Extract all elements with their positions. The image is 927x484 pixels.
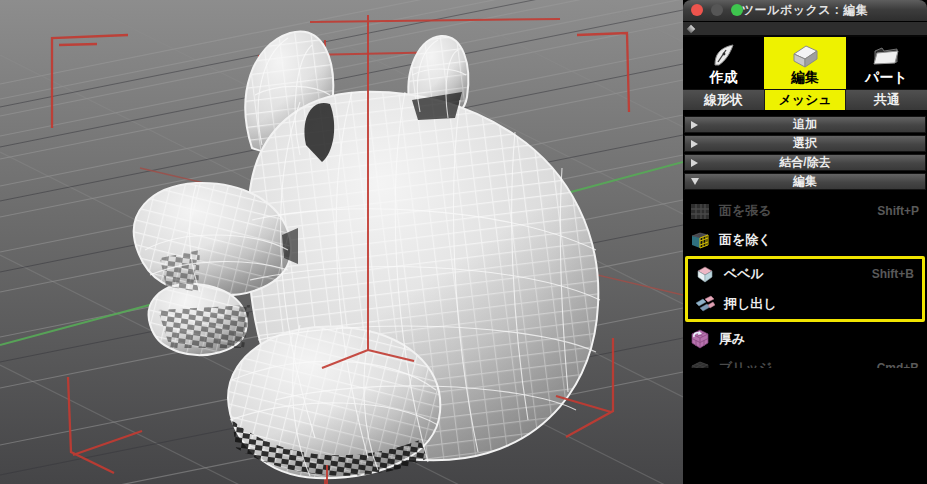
menu-item-bevel[interactable]: ベベル Shift+B xyxy=(688,259,922,289)
tab-common[interactable]: 共通 xyxy=(846,90,927,110)
menu-item-extrude[interactable]: 押し出し xyxy=(688,289,922,319)
bevel-icon xyxy=(695,264,715,284)
chevron-right-icon xyxy=(691,159,698,167)
zoom-button[interactable] xyxy=(731,4,743,16)
chevron-right-icon xyxy=(691,121,698,129)
tool-edit-button[interactable]: 編集 xyxy=(764,37,845,89)
thickness-icon xyxy=(690,329,710,349)
section-header-edit[interactable]: 編集 xyxy=(684,173,926,190)
menu-item-list: 面を張る Shift+P 面を除く xyxy=(683,192,927,368)
chevron-down-icon xyxy=(691,178,699,185)
traffic-lights xyxy=(691,4,743,16)
tab-mesh[interactable]: メッシュ xyxy=(765,90,847,110)
tool-part-button[interactable]: パート xyxy=(846,37,927,89)
tool-edit-label: 編集 xyxy=(791,69,819,87)
section-header-select[interactable]: 選択 xyxy=(684,135,926,152)
tab-line-shape[interactable]: 線形状 xyxy=(683,90,765,110)
eraser-icon xyxy=(790,42,820,69)
viewport-3d[interactable] xyxy=(0,0,683,484)
tool-part-label: パート xyxy=(865,69,908,87)
highlighted-tools-box: ベベル Shift+B 押し出し xyxy=(685,256,925,322)
pen-icon xyxy=(710,42,738,69)
remove-face-icon xyxy=(690,230,710,250)
section-header-join-remove[interactable]: 結合/除去 xyxy=(684,154,926,171)
app-screen: ツールボックス : 編集 作成 編集 xyxy=(0,0,927,484)
category-tabs: 線形状 メッシュ 共通 xyxy=(683,89,927,112)
minimize-button[interactable] xyxy=(711,4,723,16)
menu-item-thickness[interactable]: 厚み xyxy=(683,324,927,353)
tool-create-button[interactable]: 作成 xyxy=(683,37,764,89)
folder-icon xyxy=(872,42,900,69)
bridge-icon xyxy=(690,358,710,369)
menu-item-stitch-face: 面を張る Shift+P xyxy=(683,196,927,225)
chevron-right-icon xyxy=(691,140,698,148)
menu-item-remove-face[interactable]: 面を除く xyxy=(683,225,927,254)
close-button[interactable] xyxy=(691,4,703,16)
tool-create-label: 作成 xyxy=(710,69,738,87)
menu-item-bridge: ブリッジ Cmd+B xyxy=(683,353,927,368)
viewport-canvas[interactable] xyxy=(0,0,683,484)
collapse-diamond-icon[interactable] xyxy=(687,24,695,32)
section-list: 追加 選択 結合/除去 編集 xyxy=(683,112,927,190)
toolbox-window: ツールボックス : 編集 作成 編集 xyxy=(683,0,927,368)
window-titlebar[interactable]: ツールボックス : 編集 xyxy=(683,0,927,22)
stitch-face-icon xyxy=(690,201,710,221)
tool-mode-row: 作成 編集 パート xyxy=(683,37,927,89)
extrude-icon xyxy=(695,294,715,314)
section-header-add[interactable]: 追加 xyxy=(684,116,926,133)
palette-widget-row xyxy=(683,22,927,37)
